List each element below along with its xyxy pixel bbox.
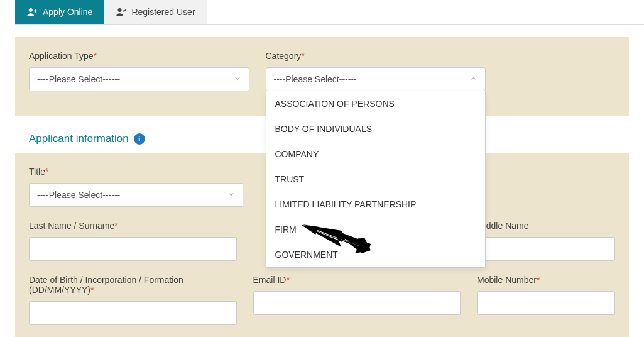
dob-label: Date of Birth / Incorporation / Formatio… (29, 275, 237, 295)
person-plus-icon (26, 6, 38, 18)
mobile-input[interactable] (485, 292, 607, 314)
category-option[interactable]: TRUST (266, 167, 486, 192)
dob-input-wrap (29, 301, 237, 325)
middle-name-input[interactable] (485, 238, 607, 260)
category-option[interactable]: LIMITED LIABILITY PARTNERSHIP (266, 192, 486, 217)
mobile-label: Mobile Number* (477, 275, 615, 285)
application-type-value: ----Please Select------ (37, 74, 120, 84)
category-option[interactable]: BODY OF INDIVIDUALS (266, 116, 486, 141)
category-label: Category* (266, 51, 486, 61)
title-value: ----Please Select------ (37, 190, 120, 200)
last-name-input-wrap (29, 237, 237, 261)
chevron-down-icon (227, 190, 235, 200)
email-input[interactable] (261, 292, 453, 314)
category-value: ----Please Select------ (274, 74, 357, 84)
application-type-select[interactable]: ----Please Select------ (29, 67, 249, 91)
category-select[interactable]: ----Please Select------ (266, 67, 486, 91)
svg-point-0 (29, 8, 33, 12)
dob-input[interactable] (37, 302, 229, 324)
chevron-down-icon (234, 74, 241, 84)
category-option[interactable]: GOVERNMENT (266, 242, 486, 267)
last-name-input[interactable] (37, 238, 229, 260)
title-label: Title* (29, 167, 243, 177)
info-icon[interactable]: i (134, 133, 145, 145)
applicant-info-title: Applicant information (29, 133, 129, 145)
application-type-label: Application Type* (29, 51, 249, 61)
type-category-panel: Application Type* ----Please Select-----… (15, 37, 629, 116)
tab-registered-user[interactable]: Registered User (104, 0, 206, 24)
mobile-input-wrap (477, 291, 615, 315)
middle-name-label: Middle Name (477, 221, 615, 231)
tab-apply-online[interactable]: Apply Online (15, 0, 104, 24)
email-input-wrap (253, 291, 461, 315)
chevron-up-icon (470, 74, 478, 84)
tab-registered-label: Registered User (131, 7, 195, 17)
tab-apply-label: Apply Online (43, 7, 92, 17)
title-select[interactable]: ----Please Select------ (29, 183, 243, 207)
category-option[interactable]: FIRM (266, 217, 486, 242)
category-dropdown[interactable]: ASSOCIATION OF PERSONSBODY OF INDIVIDUAL… (266, 91, 486, 268)
category-option[interactable]: COMPANY (266, 141, 486, 167)
last-name-label: Last Name / Surname* (29, 221, 237, 231)
category-option[interactable]: ASSOCIATION OF PERSONS (266, 91, 486, 116)
top-tabs: Apply Online Registered User (15, 0, 644, 25)
middle-name-input-wrap (477, 237, 615, 261)
person-check-icon (115, 6, 126, 18)
svg-point-1 (118, 8, 122, 12)
email-label: Email ID* (253, 275, 461, 285)
